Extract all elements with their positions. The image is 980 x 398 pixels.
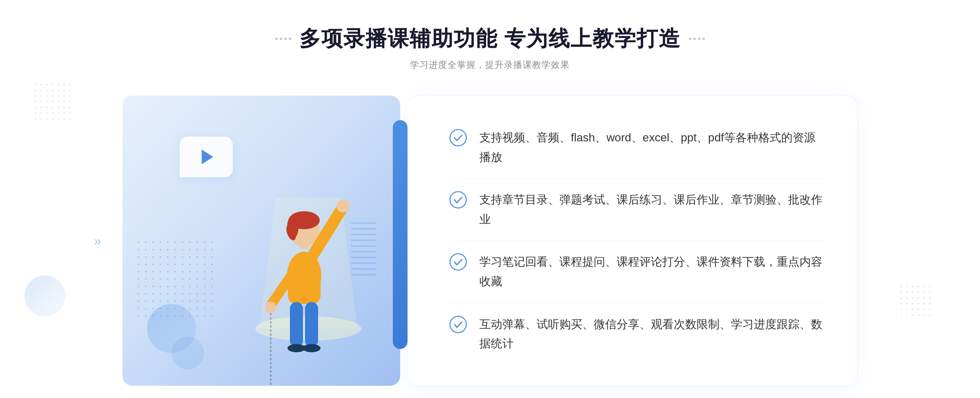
decorative-dots-left bbox=[33, 82, 74, 123]
svg-point-9 bbox=[336, 199, 350, 212]
title-dots-left bbox=[275, 38, 291, 40]
feature-text-1: 支持视频、音频、flash、word、excel、ppt、pdf等各种格式的资源… bbox=[479, 128, 824, 167]
svg-rect-13 bbox=[290, 302, 303, 347]
illustration-panel: » bbox=[122, 96, 400, 386]
human-figure-illustration bbox=[227, 157, 365, 386]
dot-3 bbox=[284, 38, 287, 40]
dot-8 bbox=[702, 38, 705, 40]
circle-decoration-2 bbox=[172, 337, 204, 369]
check-icon-2 bbox=[449, 191, 467, 209]
feature-item-1: 支持视频、音频、flash、word、excel、ppt、pdf等各种格式的资源… bbox=[449, 116, 824, 179]
blue-vertical-bar bbox=[393, 120, 408, 349]
title-row: 多项录播课辅助功能 专为线上教学打造 bbox=[275, 25, 705, 53]
decorative-circle-left bbox=[24, 275, 65, 316]
feature-item-4: 互动弹幕、试听购买、微信分享、观看次数限制、学习进度跟踪、数据统计 bbox=[449, 303, 824, 365]
svg-point-20 bbox=[450, 254, 466, 270]
check-icon-3 bbox=[449, 253, 467, 271]
svg-point-11 bbox=[265, 302, 276, 313]
svg-point-19 bbox=[450, 192, 466, 208]
check-icon-1 bbox=[449, 129, 467, 147]
feature-item-3: 学习笔记回看、课程提问、课程评论打分、课件资料下载，重点内容收藏 bbox=[449, 241, 824, 303]
page-wrapper: 多项录播课辅助功能 专为线上教学打造 学习进度全掌握，提升录播课教学效果 bbox=[0, 0, 980, 398]
dot-5 bbox=[689, 38, 691, 40]
header-section: 多项录播课辅助功能 专为线上教学打造 学习进度全掌握，提升录播课教学效果 bbox=[275, 25, 705, 71]
check-icon-4 bbox=[449, 315, 467, 333]
features-panel: 支持视频、音频、flash、word、excel、ppt、pdf等各种格式的资源… bbox=[408, 96, 858, 386]
chevron-arrows: » bbox=[94, 234, 101, 247]
feature-text-3: 学习笔记回看、课程提问、课程评论打分、课件资料下载，重点内容收藏 bbox=[479, 252, 824, 291]
decorative-dots-right bbox=[898, 284, 931, 316]
dot-1 bbox=[275, 38, 278, 40]
subtitle: 学习进度全掌握，提升录播课教学效果 bbox=[410, 59, 570, 71]
chevron-icon: » bbox=[94, 234, 101, 247]
dot-2 bbox=[280, 38, 282, 40]
content-area: » bbox=[122, 96, 858, 386]
feature-text-2: 支持章节目录、弹题考试、课后练习、课后作业、章节测验、批改作业 bbox=[479, 190, 824, 229]
main-title: 多项录播课辅助功能 专为线上教学打造 bbox=[299, 25, 681, 53]
feature-text-4: 互动弹幕、试听购买、微信分享、观看次数限制、学习进度跟踪、数据统计 bbox=[479, 315, 824, 353]
svg-rect-14 bbox=[305, 302, 318, 347]
feature-item-2: 支持章节目录、弹题考试、课后练习、课后作业、章节测验、批改作业 bbox=[449, 179, 824, 241]
dot-4 bbox=[289, 38, 291, 40]
svg-point-21 bbox=[450, 316, 466, 333]
play-bubble bbox=[180, 136, 233, 177]
svg-point-16 bbox=[303, 344, 321, 352]
svg-point-18 bbox=[450, 130, 466, 146]
dot-7 bbox=[698, 38, 700, 40]
dot-6 bbox=[693, 38, 696, 40]
play-triangle-icon bbox=[202, 150, 213, 164]
title-dots-right bbox=[689, 38, 705, 40]
